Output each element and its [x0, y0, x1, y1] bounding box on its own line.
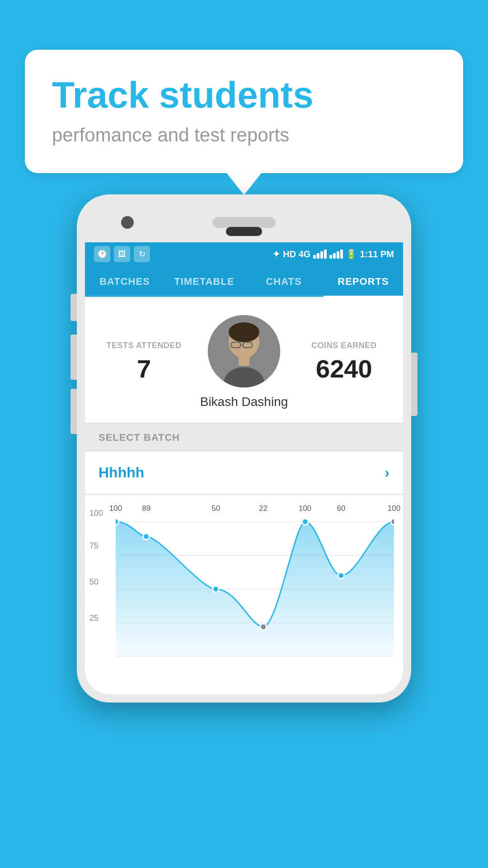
batch-item[interactable]: Hhhhh › [85, 452, 403, 494]
coins-earned-block: COINS EARNED 6240 [299, 341, 389, 383]
select-batch-label: SELECT BATCH [99, 432, 389, 443]
tests-attended-value: 7 [99, 354, 189, 383]
chart-top-labels: 100 89 50 22 100 60 100 [116, 504, 394, 517]
signal-bar-3 [320, 251, 323, 259]
coins-earned-value: 6240 [299, 354, 389, 383]
signal-bar-7 [337, 251, 339, 259]
chart-point-6 [391, 519, 394, 525]
network-label: HD 4G [283, 249, 310, 259]
avatar [208, 315, 280, 387]
signal-bar-8 [340, 250, 343, 259]
status-icons-left: 🕐 🖼 ↻ [94, 246, 150, 262]
nav-tabs: BATCHES TIMETABLE CHATS REPORTS [85, 266, 403, 297]
chart-point-3 [260, 624, 267, 630]
point-label-6: 100 [388, 504, 400, 513]
chevron-right-icon: › [385, 464, 389, 481]
tab-reports[interactable]: REPORTS [324, 266, 403, 296]
coins-earned-label: COINS EARNED [299, 341, 389, 350]
chart-point-4 [302, 519, 308, 525]
bluetooth-icon: ✦ [272, 249, 280, 259]
point-label-1: 89 [142, 504, 150, 513]
signal-bars-2 [329, 250, 343, 259]
icon-wifi: ↻ [134, 246, 150, 262]
tests-attended-block: TESTS ATTENDED 7 [99, 341, 189, 383]
side-button-left2 [70, 335, 77, 380]
phone-top-bar [85, 203, 403, 242]
user-name: Bikash Dashing [200, 395, 288, 409]
phone-mockup: 🕐 🖼 ↻ ✦ HD 4G [77, 194, 411, 703]
tab-batches[interactable]: BATCHES [85, 266, 164, 296]
phone-screen: 🕐 🖼 ↻ ✦ HD 4G [85, 242, 403, 694]
chart-wrapper: 100 89 50 22 100 60 100 [116, 504, 394, 663]
point-label-2: 50 [211, 504, 220, 513]
tab-timetable[interactable]: TIMETABLE [164, 266, 244, 296]
signal-bar-4 [324, 250, 327, 259]
batch-name: Hhhhh [99, 464, 144, 481]
earpiece [226, 227, 262, 236]
status-icons-right: ✦ HD 4G [272, 249, 394, 259]
point-label-4: 100 [299, 504, 311, 513]
signal-bar-6 [333, 253, 336, 259]
bubble-subtitle: perfomance and test reports [52, 124, 436, 146]
chart-section: 100 75 50 25 100 89 50 22 100 60 1 [85, 495, 403, 668]
signal-bars [313, 250, 327, 259]
y-label-50: 50 [89, 577, 99, 587]
signal-bar-5 [329, 255, 332, 259]
side-button-left3 [70, 389, 77, 434]
point-label-3: 22 [259, 504, 267, 513]
chart-point-1 [143, 533, 150, 540]
icon-clock: 🕐 [94, 246, 110, 262]
speaker-grille [212, 217, 276, 228]
side-button-left1 [70, 294, 77, 321]
tab-chats[interactable]: CHATS [244, 266, 324, 296]
signal-bar-1 [313, 255, 316, 259]
svg-point-2 [229, 322, 259, 342]
point-label-5: 60 [337, 504, 345, 513]
tests-attended-label: TESTS ATTENDED [99, 341, 189, 350]
y-label-25: 25 [89, 613, 99, 623]
side-button-right [411, 353, 418, 416]
point-label-0: 100 [109, 504, 122, 513]
y-label-100: 100 [89, 509, 103, 518]
camera-lens [121, 216, 134, 229]
chart-point-0 [116, 519, 119, 525]
y-label-75: 75 [89, 541, 99, 551]
profile-section: TESTS ATTENDED 7 [85, 297, 403, 423]
chart-point-5 [338, 572, 344, 579]
select-batch-header: SELECT BATCH [85, 424, 403, 452]
phone-body: 🕐 🖼 ↻ ✦ HD 4G [77, 194, 411, 703]
chart-svg [116, 517, 394, 661]
bubble-title: Track students [52, 75, 436, 115]
avatar-block: Bikash Dashing [189, 315, 299, 409]
svg-rect-7 [239, 357, 249, 366]
phone-inner: 🕐 🖼 ↻ ✦ HD 4G [85, 203, 403, 694]
icon-image: 🖼 [114, 246, 130, 262]
signal-bar-2 [317, 253, 319, 259]
battery-icon: 🔋 [346, 249, 357, 259]
avatar-image [208, 315, 280, 387]
time-display: 1:11 PM [360, 249, 394, 259]
speech-bubble: Track students perfomance and test repor… [25, 50, 463, 173]
chart-point-2 [213, 586, 219, 592]
status-bar: 🕐 🖼 ↻ ✦ HD 4G [85, 242, 403, 266]
